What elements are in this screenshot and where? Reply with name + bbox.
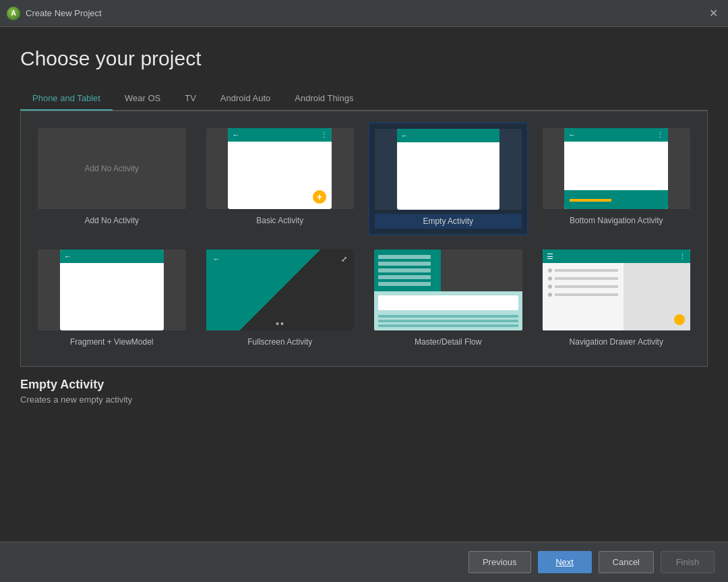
- master-item-5: [378, 282, 431, 286]
- drawer-dot-1: [548, 268, 552, 272]
- footer: Previous Next Cancel Finish: [0, 542, 728, 582]
- close-button[interactable]: ✕: [705, 5, 721, 22]
- drawer-line-2: [555, 277, 619, 280]
- bottom-nav-indicator: [570, 199, 611, 202]
- drawer-item-3: [548, 285, 619, 289]
- back-arrow-bottom-nav: ←: [568, 131, 576, 139]
- master-item-2: [378, 262, 431, 266]
- master-item-3: [378, 268, 431, 272]
- detail-panel: [374, 291, 522, 330]
- template-card-master-detail[interactable]: Master/Detail Flow: [368, 243, 528, 355]
- card-label-bottom-nav: Bottom Navigation Activity: [543, 213, 691, 228]
- title-bar: A Create New Project ✕: [0, 0, 728, 27]
- finish-button[interactable]: Finish: [661, 551, 715, 573]
- phone-empty: ←: [397, 129, 499, 210]
- bottom-nav-bar: [564, 190, 668, 209]
- preview-no-activity: Add No Activity: [38, 128, 186, 209]
- fullscreen-overlay: [206, 250, 355, 330]
- tab-tv[interactable]: TV: [173, 86, 208, 110]
- drawer-line-3: [555, 285, 619, 288]
- phone-header-fragment-vm: ←: [60, 250, 164, 263]
- app-icon: A: [7, 7, 20, 20]
- card-label-nav-drawer: Navigation Drawer Activity: [543, 334, 691, 349]
- card-label-no-activity: Add No Activity: [38, 213, 186, 228]
- fab-drawer: [674, 314, 685, 325]
- template-card-fullscreen[interactable]: ← ⤢ Fullscreen Activity: [200, 243, 361, 355]
- template-grid-area: Add No Activity Add No Activity ← ⋮ +: [20, 111, 708, 367]
- page-title: Choose your project: [20, 47, 708, 70]
- menu-dots-basic: ⋮: [320, 131, 328, 140]
- preview-master-detail: [374, 250, 522, 330]
- bottom-section: Empty Activity Creates a new empty activ…: [0, 367, 728, 415]
- phone-body-fragment-vm: [60, 263, 164, 330]
- selected-template-title: Empty Activity: [20, 378, 708, 392]
- tab-wear-os[interactable]: Wear OS: [113, 86, 173, 110]
- tab-android-things[interactable]: Android Things: [282, 86, 365, 110]
- preview-basic: ← ⋮ +: [206, 128, 355, 209]
- detail-block: [378, 295, 518, 310]
- back-arrow-fullscreen: ←: [213, 255, 220, 263]
- no-activity-label: Add No Activity: [84, 128, 139, 209]
- template-card-no-activity[interactable]: Add No Activity Add No Activity: [32, 122, 192, 235]
- title-bar-title: Create New Project: [26, 8, 705, 18]
- card-label-fullscreen: Fullscreen Activity: [206, 334, 355, 349]
- drawer-dot-3: [548, 285, 552, 289]
- drawer-dot-2: [548, 277, 552, 281]
- preview-nav-drawer: ☰ ⋮: [543, 250, 691, 330]
- selected-template-description: Creates a new empty activity: [20, 395, 708, 405]
- phone-header-nav-drawer: ☰ ⋮: [543, 250, 691, 263]
- phone-body-basic: +: [228, 142, 332, 209]
- drawer-item-2: [548, 277, 619, 281]
- master-item-4: [378, 275, 431, 279]
- preview-fragment-vm: ←: [38, 250, 186, 330]
- phone-body-bottom-nav: [564, 142, 668, 209]
- phone-header-bottom-nav: ← ⋮: [564, 128, 668, 142]
- drawer-dot-4: [548, 293, 552, 297]
- template-card-basic[interactable]: ← ⋮ + Basic Activity: [200, 122, 361, 235]
- template-card-bottom-nav[interactable]: ← ⋮ Bottom Navigation Activity: [537, 122, 697, 235]
- card-label-basic: Basic Activity: [206, 213, 355, 228]
- template-card-fragment-vm[interactable]: ← Fragment + ViewModel: [32, 243, 192, 355]
- drawer-item-4: [548, 293, 619, 297]
- next-label: Next: [555, 557, 574, 567]
- main-content: Choose your project Phone and Tablet Wea…: [0, 27, 728, 367]
- detail-line-2: [378, 320, 518, 322]
- template-card-empty[interactable]: ← Empty Activity: [368, 122, 528, 235]
- back-arrow-fragment-vm: ←: [64, 252, 71, 260]
- phone-basic: ← ⋮ +: [228, 128, 332, 209]
- card-label-master-detail: Master/Detail Flow: [374, 334, 522, 349]
- tab-android-auto[interactable]: Android Auto: [208, 86, 282, 110]
- fab-basic: +: [313, 190, 326, 204]
- master-panel: [374, 250, 441, 291]
- preview-empty: ←: [375, 129, 522, 210]
- card-label-empty: Empty Activity: [375, 214, 522, 229]
- cancel-button[interactable]: Cancel: [599, 551, 654, 573]
- dot2: [281, 322, 284, 325]
- template-card-nav-drawer[interactable]: ☰ ⋮: [537, 243, 697, 355]
- dot1: [276, 322, 279, 325]
- previous-button[interactable]: Previous: [468, 551, 531, 573]
- preview-fullscreen: ← ⤢: [206, 250, 355, 330]
- detail-line-1: [378, 315, 518, 318]
- drawer-list: [543, 263, 624, 330]
- detail-lines: [378, 315, 518, 327]
- tab-phone-tablet[interactable]: Phone and Tablet: [20, 86, 113, 110]
- phone-fragment-vm: ←: [60, 250, 164, 330]
- phone-body-empty: [397, 142, 499, 210]
- menu-dots-drawer: ⋮: [679, 252, 686, 261]
- expand-icon-fullscreen: ⤢: [341, 255, 347, 264]
- back-arrow-empty: ←: [401, 132, 408, 140]
- template-grid: Add No Activity Add No Activity ← ⋮ +: [21, 111, 707, 366]
- phone-header-basic: ← ⋮: [228, 128, 332, 142]
- detail-line-3: [378, 324, 518, 327]
- phone-header-empty: ←: [397, 129, 499, 142]
- phone-bottom-nav: ← ⋮: [564, 128, 668, 209]
- menu-icon-drawer: ☰: [547, 252, 553, 261]
- menu-dots-bottom-nav: ⋮: [657, 131, 664, 140]
- drawer-item-1: [548, 268, 619, 272]
- card-label-fragment-vm: Fragment + ViewModel: [38, 334, 186, 349]
- next-button[interactable]: Next: [538, 551, 592, 573]
- drawer-line-1: [555, 269, 619, 272]
- preview-bottom-nav: ← ⋮: [543, 128, 691, 209]
- master-item-1: [378, 255, 431, 259]
